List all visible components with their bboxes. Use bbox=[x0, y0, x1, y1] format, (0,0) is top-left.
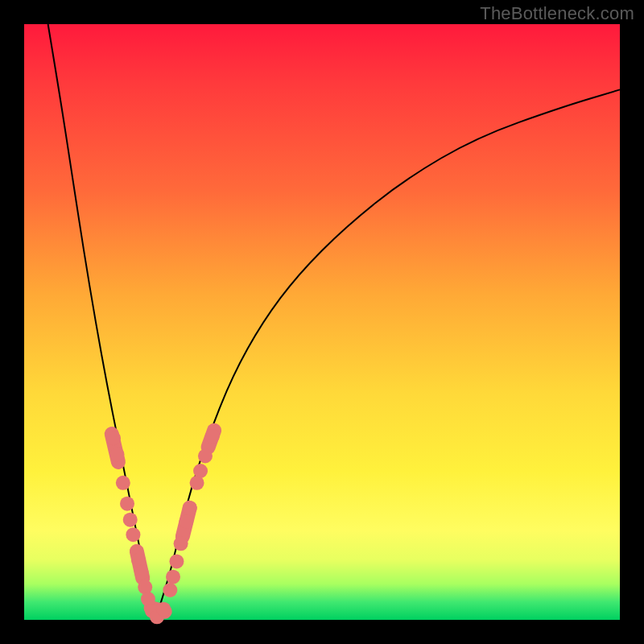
marker-dot bbox=[166, 570, 180, 584]
watermark-text: TheBottleneck.com bbox=[480, 3, 634, 24]
marker-dot bbox=[106, 431, 121, 445]
marker-dot bbox=[163, 583, 177, 597]
marker-dot bbox=[174, 536, 188, 551]
marker-dot bbox=[120, 497, 134, 511]
curve-left-arm bbox=[48, 24, 155, 620]
marker-dot bbox=[126, 527, 140, 542]
marker-dot bbox=[123, 513, 138, 527]
chart-frame: TheBottleneck.com bbox=[0, 0, 644, 644]
marker-dot bbox=[193, 464, 208, 478]
marker-dot bbox=[179, 514, 193, 529]
chart-svg bbox=[24, 24, 620, 620]
marker-dot bbox=[109, 447, 124, 461]
curve-right-arm bbox=[155, 89, 620, 620]
marker-dot bbox=[169, 554, 184, 568]
marker-dot bbox=[116, 476, 130, 490]
marker-dot bbox=[134, 565, 149, 580]
marker-dot bbox=[205, 429, 220, 444]
marker-dot bbox=[156, 602, 171, 617]
plot-area bbox=[24, 24, 620, 620]
marker-dot bbox=[198, 449, 213, 464]
marker-dot bbox=[183, 501, 197, 515]
